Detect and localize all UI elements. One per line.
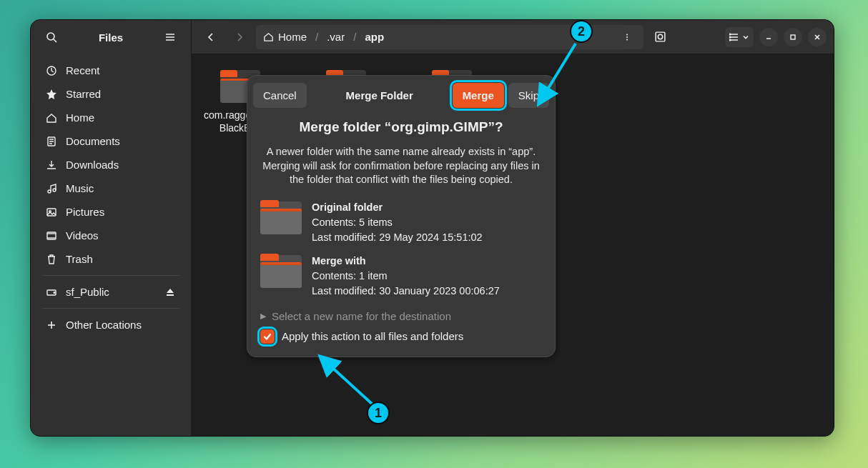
window-controls: [725, 27, 827, 47]
forward-button[interactable]: [227, 25, 252, 49]
apply-all-row: Apply this action to all files and folde…: [260, 329, 542, 344]
svg-line-36: [322, 358, 372, 404]
svg-rect-24: [656, 32, 665, 41]
videos-icon: [46, 230, 57, 242]
sidebar: Files Recent Starred Home Documents: [31, 20, 192, 436]
dialog-description: A newer folder with the same name alread…: [260, 145, 542, 187]
sidebar-item-downloads[interactable]: Downloads: [35, 153, 187, 176]
back-button[interactable]: [199, 25, 223, 49]
merge-dialog: Cancel Merge Folder Merge Skip Merge fol…: [247, 75, 556, 357]
sidebar-item-label: Recent: [66, 64, 100, 76]
search-icon[interactable]: [39, 25, 64, 49]
breadcrumb-label: Home: [278, 31, 307, 43]
sidebar-item-label: Music: [66, 182, 94, 194]
annotation-badge-1: 1: [367, 402, 390, 424]
hamburger-icon[interactable]: [158, 25, 182, 49]
original-title: Original folder: [312, 200, 483, 215]
svg-rect-33: [791, 35, 795, 39]
pictures-icon: [46, 206, 57, 218]
dialog-body: Merge folder “org.gimp.GIMP”? A newer fo…: [247, 115, 555, 344]
close-button[interactable]: [808, 28, 827, 46]
merge-button[interactable]: Merge: [453, 83, 504, 108]
download-icon: [46, 159, 57, 171]
sidebar-item-label: Documents: [66, 135, 120, 147]
svg-point-25: [658, 34, 662, 39]
home-icon: [263, 31, 274, 42]
sidebar-item-label: Home: [66, 111, 94, 124]
breadcrumb-label: .var: [327, 31, 345, 43]
sidebar-item-label: Pictures: [66, 206, 104, 218]
sidebar-item-mount[interactable]: sf_Public: [35, 280, 187, 304]
merge-with-info: Merge with Contents: 1 item Last modifie…: [260, 254, 542, 299]
svg-point-31: [729, 39, 731, 41]
sidebar-item-trash[interactable]: Trash: [35, 247, 187, 271]
breadcrumb-app[interactable]: app: [365, 31, 384, 43]
minimize-button[interactable]: [759, 28, 778, 46]
sidebar-item-label: Downloads: [66, 159, 119, 171]
sidebar-item-recent[interactable]: Recent: [35, 59, 187, 82]
trash-icon: [46, 254, 57, 265]
sidebar-item-starred[interactable]: Starred: [35, 82, 187, 106]
view-options-button[interactable]: [725, 27, 754, 47]
svg-point-18: [54, 292, 55, 293]
breadcrumb-var[interactable]: .var: [327, 31, 345, 43]
mergewith-contents: Contents: 1 item: [312, 269, 500, 284]
original-folder-info: Original folder Contents: 5 items Last m…: [260, 200, 542, 245]
sidebar-item-documents[interactable]: Documents: [35, 129, 187, 153]
annotation-arrow-2: [533, 39, 590, 111]
sidebar-header: Files: [31, 20, 191, 54]
dialog-header: Cancel Merge Folder Merge Skip: [247, 76, 555, 115]
dialog-heading: Merge folder “org.gimp.GIMP”?: [260, 119, 542, 135]
star-icon: [46, 89, 57, 100]
svg-point-29: [729, 34, 731, 35]
clock-icon: [46, 65, 57, 76]
apply-all-checkbox[interactable]: [260, 329, 275, 344]
window-title: Files: [99, 31, 123, 44]
svg-point-21: [626, 34, 628, 35]
chevron-right-icon: ▶: [260, 312, 266, 321]
svg-point-23: [626, 39, 628, 40]
svg-rect-12: [47, 209, 56, 216]
cancel-button[interactable]: Cancel: [253, 83, 307, 108]
eject-icon[interactable]: [164, 288, 176, 297]
sidebar-item-music[interactable]: Music: [35, 176, 187, 200]
svg-line-37: [540, 44, 576, 102]
mergewith-title: Merge with: [312, 254, 500, 269]
sidebar-item-home[interactable]: Home: [35, 106, 187, 129]
breadcrumb-home[interactable]: Home: [263, 31, 307, 43]
sidebar-item-label: Videos: [66, 229, 99, 242]
sidebar-places: Recent Starred Home Documents Downloads …: [31, 54, 191, 337]
focus-mode-icon[interactable]: [648, 25, 672, 49]
sidebar-item-label: Other Locations: [66, 319, 142, 331]
maximize-button[interactable]: [784, 28, 802, 46]
sidebar-item-other-locations[interactable]: Other Locations: [35, 313, 187, 337]
svg-point-0: [47, 33, 54, 40]
annotation-badge-2: 2: [570, 20, 593, 43]
select-new-name-expander[interactable]: ▶ Select a new name for the destination: [260, 307, 542, 329]
svg-line-1: [54, 39, 56, 42]
breadcrumb-separator: /: [315, 31, 318, 43]
breadcrumb-separator: /: [353, 31, 356, 43]
apply-all-label: Apply this action to all files and folde…: [282, 330, 463, 342]
original-modified: Last modified: 29 May 2024 15:51:02: [312, 230, 483, 245]
home-icon: [46, 112, 57, 124]
folder-icon: [260, 200, 302, 234]
sidebar-item-label: Starred: [66, 88, 101, 100]
dialog-title: Merge Folder: [311, 89, 448, 101]
headerbar: Home / .var / app: [192, 20, 834, 54]
sidebar-item-label: sf_Public: [66, 286, 109, 298]
sidebar-item-pictures[interactable]: Pictures: [35, 200, 187, 224]
sidebar-item-videos[interactable]: Videos: [35, 224, 187, 247]
sidebar-separator: [42, 275, 179, 276]
path-menu-button[interactable]: [618, 28, 636, 46]
drive-icon: [46, 287, 57, 298]
documents-icon: [46, 136, 57, 147]
music-icon: [46, 183, 57, 194]
sidebar-separator: [42, 308, 179, 309]
original-contents: Contents: 5 items: [312, 215, 483, 230]
select-new-name-label: Select a new name for the destination: [272, 310, 451, 322]
mergewith-modified: Last modified: 30 January 2023 00:06:27: [312, 284, 500, 299]
svg-point-22: [626, 36, 628, 38]
breadcrumb-label: app: [365, 31, 384, 43]
folder-icon: [260, 254, 302, 288]
